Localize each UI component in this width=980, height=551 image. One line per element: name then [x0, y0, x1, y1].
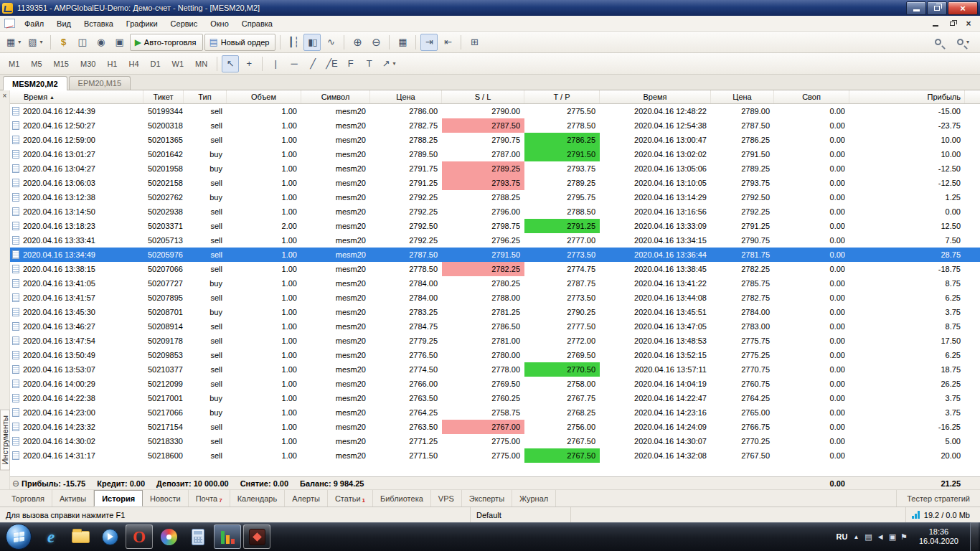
- network-tray-icon[interactable]: ▣: [889, 532, 896, 542]
- strategy-tester-tab[interactable]: Тестер стратегий: [896, 490, 980, 507]
- history-row[interactable]: 2020.04.16 13:12:3850202762buy1.00mesm20…: [10, 190, 980, 204]
- menu-item[interactable]: Файл: [18, 17, 50, 30]
- chart-tab[interactable]: MESM20,M2: [3, 76, 67, 90]
- timeframe-m1-button[interactable]: M1: [4, 57, 24, 70]
- history-row[interactable]: 2020.04.16 13:46:2750208914sell1.00mesm2…: [10, 319, 980, 334]
- child-minimize-button[interactable]: [928, 18, 943, 29]
- toolbox-tab[interactable]: Новости: [143, 490, 189, 507]
- internet-explorer-taskbar-button[interactable]: e: [37, 524, 65, 549]
- menu-item[interactable]: Сервис: [164, 17, 204, 30]
- column-header[interactable]: S / L: [442, 90, 524, 103]
- history-row[interactable]: 2020.04.16 13:45:3050208701buy1.00mesm20…: [10, 305, 980, 319]
- search-button[interactable]: [930, 34, 947, 51]
- toolbox-tab[interactable]: VPS: [431, 490, 462, 507]
- timeframe-m5-button[interactable]: M5: [26, 57, 47, 70]
- bar-chart-button[interactable]: ┃┆: [285, 34, 302, 51]
- menu-item[interactable]: Графики: [120, 17, 164, 30]
- horizontal-line-button[interactable]: ─: [286, 55, 303, 72]
- timeframe-mn-button[interactable]: MN: [190, 57, 212, 70]
- metatrader-taskbar-button[interactable]: [214, 524, 241, 549]
- market-watch-button[interactable]: $: [55, 34, 72, 51]
- media-player-taskbar-button[interactable]: [96, 524, 123, 549]
- language-indicator[interactable]: RU: [837, 532, 848, 541]
- profiles-button[interactable]: ▧▾: [25, 34, 45, 51]
- opera-taskbar-button[interactable]: O: [126, 524, 153, 549]
- history-row[interactable]: 2020.04.16 13:50:4950209853sell1.00mesm2…: [10, 348, 980, 362]
- trendline-button[interactable]: ╱: [304, 55, 321, 72]
- timeframe-m15-button[interactable]: M15: [49, 57, 74, 70]
- text-label-button[interactable]: T: [361, 55, 378, 72]
- history-row[interactable]: 2020.04.16 13:33:4150205713sell1.00mesm2…: [10, 233, 980, 248]
- tile-windows-button[interactable]: ▦: [394, 34, 411, 51]
- child-close-button[interactable]: ×: [961, 18, 976, 29]
- close-button[interactable]: ×: [948, 1, 978, 15]
- column-header[interactable]: Символ: [301, 90, 370, 103]
- keyboard-tray-icon[interactable]: ▤: [864, 532, 872, 542]
- action-center-tray-icon[interactable]: ⚑: [900, 532, 908, 542]
- history-row[interactable]: 2020.04.16 14:23:3250217154sell1.00mesm2…: [10, 420, 980, 434]
- start-button[interactable]: [6, 524, 32, 550]
- column-header[interactable]: Время▲: [10, 90, 143, 103]
- history-row[interactable]: 2020.04.16 13:06:0350202158sell1.00mesm2…: [10, 176, 980, 190]
- community-button[interactable]: ▾: [954, 34, 972, 51]
- history-row[interactable]: 2020.04.16 13:18:2350203371sell2.00mesm2…: [10, 219, 980, 233]
- history-row[interactable]: 2020.04.16 14:31:1750218600sell1.00mesm2…: [10, 448, 980, 463]
- history-row[interactable]: 2020.04.16 13:04:2750201958buy1.00mesm20…: [10, 161, 980, 176]
- history-row[interactable]: 2020.04.16 13:14:5050202938sell1.00mesm2…: [10, 204, 980, 219]
- toolbox-tab[interactable]: Торговля: [4, 490, 52, 507]
- new-chart-button[interactable]: ▦▾: [4, 34, 24, 51]
- toolbox-tab[interactable]: Активы: [52, 490, 94, 507]
- panel-close-button[interactable]: ×: [3, 93, 7, 100]
- indicators-button[interactable]: ⊞: [466, 34, 483, 51]
- history-row[interactable]: 2020.04.16 13:53:0750210377sell1.00mesm2…: [10, 362, 980, 377]
- calculator-taskbar-button[interactable]: [184, 524, 212, 549]
- menu-item[interactable]: Вид: [50, 17, 77, 30]
- child-restore-button[interactable]: [945, 18, 959, 29]
- toolbox-tab[interactable]: История: [94, 490, 143, 507]
- toolbox-button[interactable]: ▣: [111, 34, 128, 51]
- restore-button[interactable]: [927, 1, 947, 15]
- volume-tray-icon[interactable]: ◄: [877, 532, 885, 541]
- column-header[interactable]: Цена: [711, 90, 774, 103]
- column-header[interactable]: Тикет: [143, 90, 184, 103]
- timeframe-w1-button[interactable]: W1: [167, 57, 189, 70]
- data-window-button[interactable]: ◫: [74, 34, 91, 51]
- status-profile[interactable]: Default: [470, 507, 570, 522]
- tools-panel-tab[interactable]: Инструменты: [0, 410, 10, 471]
- tray-expand-icon[interactable]: ▲: [853, 534, 859, 540]
- toolbox-tab[interactable]: Календарь: [230, 490, 286, 507]
- column-header[interactable]: Цена: [370, 90, 442, 103]
- navigator-button[interactable]: ◉: [93, 34, 110, 51]
- vertical-line-button[interactable]: |: [267, 55, 284, 72]
- history-row[interactable]: 2020.04.16 12:59:0050201365sell1.00mesm2…: [10, 133, 980, 147]
- new-order-button[interactable]: ▤Новый ордер: [204, 34, 276, 51]
- autotrading-button[interactable]: ▶Авто-торговля: [130, 34, 203, 51]
- terminal-red-taskbar-button[interactable]: [243, 524, 270, 549]
- zoom-out-button[interactable]: ⊖: [367, 34, 385, 51]
- chart-shift-button[interactable]: ⇤: [439, 34, 456, 51]
- candle-chart-button[interactable]: ▮▯: [303, 34, 321, 51]
- auto-scroll-button[interactable]: ⇥: [420, 34, 438, 51]
- menu-item[interactable]: Вставка: [77, 17, 120, 30]
- history-row[interactable]: 2020.04.16 13:38:1550207066sell1.00mesm2…: [10, 262, 980, 276]
- zoom-in-button[interactable]: ⊕: [349, 34, 366, 51]
- arrows-button[interactable]: ↗▾: [380, 55, 399, 72]
- history-row[interactable]: 2020.04.16 12:50:2750200318sell1.00mesm2…: [10, 118, 980, 133]
- fibonacci-button[interactable]: F: [342, 55, 359, 72]
- collapse-icon[interactable]: ⊖: [10, 479, 22, 488]
- column-header[interactable]: Время: [600, 90, 711, 103]
- toolbox-tab[interactable]: Статьи1: [328, 490, 373, 507]
- history-row[interactable]: 2020.04.16 14:22:3850217001buy1.00mesm20…: [10, 391, 980, 405]
- minimize-button[interactable]: [906, 1, 926, 15]
- timeframe-h1-button[interactable]: H1: [102, 57, 122, 70]
- toolbox-tab[interactable]: Журнал: [512, 490, 556, 507]
- clock[interactable]: 18:36 16.04.2020: [913, 527, 964, 546]
- toolbox-tab[interactable]: Библиотека: [373, 490, 431, 507]
- history-row[interactable]: 2020.04.16 14:23:0050217066buy1.00mesm20…: [10, 405, 980, 420]
- timeframe-m30-button[interactable]: M30: [75, 57, 100, 70]
- toolbox-tab[interactable]: Почта7: [189, 490, 230, 507]
- timeframe-h4-button[interactable]: H4: [123, 57, 143, 70]
- toolbox-tab[interactable]: Алерты: [285, 490, 328, 507]
- history-row[interactable]: 2020.04.16 13:41:0550207727buy1.00mesm20…: [10, 276, 980, 291]
- paint-taskbar-button[interactable]: [155, 524, 182, 549]
